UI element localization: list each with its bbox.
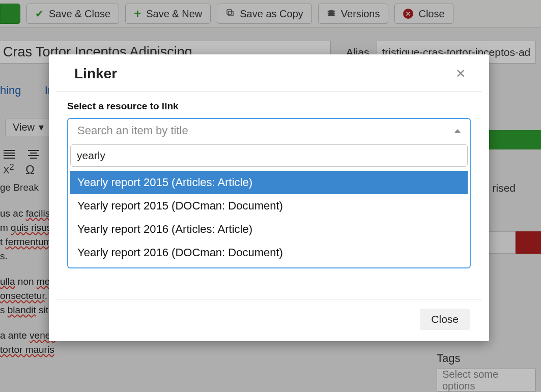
select-resource-label: Select a resource to link bbox=[67, 101, 471, 112]
combobox-options: Yearly report 2015 (Articles: Article) Y… bbox=[70, 171, 468, 264]
modal-header: Linker ✕ bbox=[56, 54, 482, 92]
linker-modal: Linker ✕ Select a resource to link Searc… bbox=[49, 54, 489, 341]
combobox-option[interactable]: Yearly report 2016 (DOCman: Document) bbox=[70, 241, 468, 264]
combobox-search-input[interactable] bbox=[70, 144, 468, 167]
combobox-dropdown: Yearly report 2015 (Articles: Article) Y… bbox=[70, 144, 468, 264]
modal-close-icon[interactable]: ✕ bbox=[455, 67, 466, 81]
combobox-option[interactable]: Yearly report 2015 (DOCman: Document) bbox=[70, 194, 468, 218]
combobox-option[interactable]: Yearly report 2016 (Articles: Article) bbox=[70, 218, 468, 241]
modal-close-button[interactable]: Close bbox=[420, 309, 470, 330]
combobox-option[interactable]: Yearly report 2015 (Articles: Article) bbox=[70, 171, 468, 194]
modal-title: Linker bbox=[74, 66, 117, 82]
caret-up-icon bbox=[454, 129, 461, 133]
combobox-selection[interactable]: Search an item by title bbox=[68, 119, 470, 142]
modal-footer: Close bbox=[56, 299, 482, 341]
resource-combobox[interactable]: Search an item by title Yearly report 20… bbox=[67, 118, 471, 268]
combobox-placeholder: Search an item by title bbox=[77, 124, 188, 137]
modal-body: Select a resource to link Search an item… bbox=[49, 92, 489, 299]
